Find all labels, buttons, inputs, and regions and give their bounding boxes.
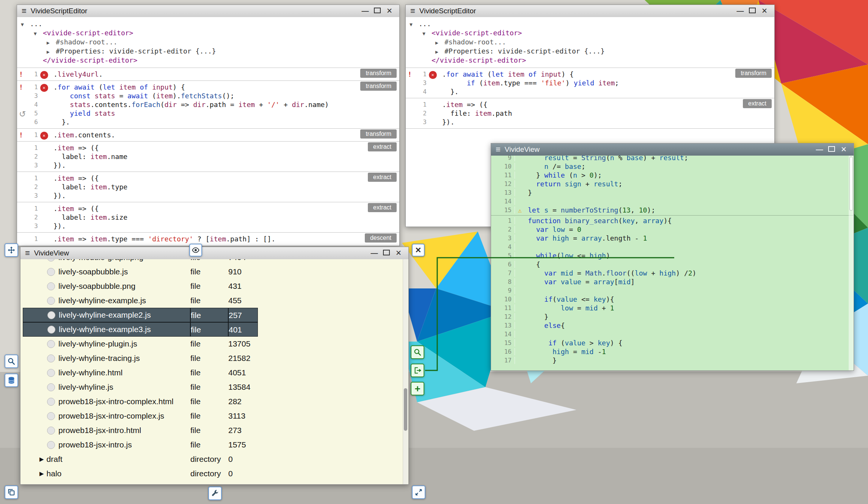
window-menu-icon[interactable]: ≡ [25, 247, 30, 259]
code-line[interactable]: 15 if (value > key) { [491, 339, 854, 347]
name-cell[interactable]: lively-module-graph.png [23, 259, 190, 265]
file-row[interactable]: proweb18-jsx-intro-complex.htmlfile282 [20, 394, 408, 409]
resize-button[interactable] [412, 485, 425, 499]
connect-output-button[interactable] [411, 364, 424, 377]
move-window-button[interactable] [5, 243, 18, 257]
code-text[interactable]: result = String(n % base) + result; [525, 156, 688, 162]
file-row[interactable]: proweb18-jsx-intro.htmlfile273 [20, 423, 408, 438]
code-line[interactable]: 1.item => item.type === 'directory' ? [i… [17, 235, 399, 243]
code-text[interactable]: if(value <= key){ [525, 295, 614, 303]
code-text[interactable]: else{ [525, 321, 565, 329]
code-text[interactable]: yield stats [50, 109, 115, 117]
stage-extract-button[interactable]: extract [368, 203, 397, 212]
code-line[interactable]: 6 { [491, 260, 854, 269]
code-line[interactable]: 4 [491, 243, 854, 251]
tree-node[interactable]: ▼... [406, 20, 774, 29]
tree-arrow-icon[interactable]: ▼ [410, 20, 419, 29]
close-button[interactable]: ✕ [384, 5, 395, 17]
tree-node[interactable]: ▶#Properties: vivide-script-editor {...} [17, 47, 399, 56]
file-row[interactable]: lively-module-graph.pngfile7404 [20, 259, 408, 265]
code-line[interactable]: 5 yield stats [17, 109, 399, 118]
code-text[interactable]: }. [439, 88, 458, 96]
code-line[interactable]: 9 result = String(n % base) + result; [491, 156, 854, 162]
code-line[interactable]: 13} [491, 188, 854, 197]
name-cell[interactable]: index.html [23, 481, 190, 484]
code-line[interactable]: !1✕.for await (let item of input) { [406, 70, 774, 79]
code-line[interactable]: 3}). [17, 222, 399, 230]
code-line[interactable]: 6 }. [17, 118, 399, 126]
file-row[interactable]: lively-whyline-example3.jsfile401 [20, 322, 408, 337]
code-text[interactable]: label: item.name [50, 153, 127, 161]
code-line[interactable]: 3}). [406, 118, 774, 126]
code-text[interactable]: } [525, 313, 548, 321]
tree-node[interactable]: ▼<vivide-script-editor> [17, 29, 399, 38]
stage-extract-button[interactable]: extract [368, 142, 397, 151]
code-text[interactable]: function binary_search(key, array){ [525, 217, 672, 225]
close-button[interactable]: ✕ [393, 247, 404, 259]
code-line[interactable]: !1✕.lively4url. [17, 70, 399, 79]
name-cell[interactable]: proweb18-jsx-intro.html [23, 423, 190, 438]
code-line[interactable]: 2 var low = 0 [491, 225, 854, 234]
window-menu-icon[interactable]: ≡ [410, 5, 415, 17]
name-cell[interactable]: lively-whyline.html [23, 365, 190, 380]
code-line[interactable]: 10 n /= base; [491, 162, 854, 171]
code-line[interactable]: 1.item => ({ [17, 204, 399, 213]
code-line[interactable]: 1.item => ({ [17, 143, 399, 152]
code-text[interactable]: .item => ({ [439, 101, 487, 109]
code-line[interactable]: 8 var value = array[mid] [491, 277, 854, 286]
code-text[interactable]: .item.contents. [50, 131, 115, 139]
name-cell[interactable]: lively-soapbubble.png [23, 279, 190, 293]
code-text[interactable]: if (value > key) { [525, 339, 622, 347]
titlebar[interactable]: ≡ VivideView — ✕ [20, 247, 408, 260]
file-row[interactable]: index.htmlfile231 [20, 481, 408, 484]
directory-row[interactable]: ▶draftdirectory0 [20, 452, 408, 466]
stage-extract-button[interactable]: extract [368, 173, 397, 182]
expand-arrow-icon[interactable]: ▶ [39, 466, 44, 481]
code-line[interactable]: 2 label: item.name [17, 152, 399, 161]
stage-transform-button[interactable]: transform [360, 129, 397, 139]
code-line[interactable]: 4 }. [406, 87, 774, 96]
maximize-button[interactable] [372, 5, 383, 17]
code-text[interactable]: const stats = await (item).fetchStats(); [50, 92, 234, 100]
name-cell[interactable]: lively-whyline-example.js [23, 293, 190, 308]
data-source-button[interactable] [5, 373, 18, 387]
window-menu-icon[interactable]: ≡ [22, 5, 27, 17]
code-line[interactable]: 2 file: item.path [406, 109, 774, 118]
code-text[interactable]: }). [439, 118, 455, 126]
minimize-button[interactable]: — [360, 5, 370, 17]
code-text[interactable]: stats.contents.forEach(dir => dir.path =… [50, 101, 329, 109]
code-line[interactable]: 3 const stats = await (item).fetchStats(… [17, 91, 399, 100]
file-row[interactable]: lively-whyline-plugin.jsfile13705 [20, 337, 408, 351]
tree-arrow-icon[interactable]: ▼ [422, 30, 432, 38]
maximize-button[interactable] [826, 144, 837, 155]
code-text[interactable]: n /= base; [525, 162, 585, 170]
tree-node[interactable]: ▶#Properties: vivide-script-editor {...} [406, 47, 774, 56]
code-text[interactable]: if (item.type === 'file') yield item; [439, 79, 619, 87]
code-line[interactable]: 12 } [491, 312, 854, 321]
stage-extract-button[interactable]: extract [743, 99, 772, 108]
name-cell[interactable]: lively-whyline-tracing.js [23, 351, 190, 365]
stage-transform-button[interactable]: transform [735, 69, 772, 78]
stage-transform-button[interactable]: transform [360, 69, 397, 78]
inspect-button[interactable] [5, 354, 18, 368]
tree-node[interactable]: ▼<vivide-script-editor> [406, 29, 774, 38]
code-text[interactable]: } [525, 356, 557, 364]
name-cell[interactable]: ▶halo [23, 466, 190, 481]
code-text[interactable]: .for await (let item of input) { [439, 70, 574, 78]
code-line[interactable]: 1.item => ({ [406, 100, 774, 109]
code-line[interactable]: 3}). [17, 191, 399, 200]
file-row[interactable]: lively-whyline-example.jsfile455 [20, 293, 408, 308]
code-line[interactable]: !1✕.for await (let item of input) { [17, 83, 399, 91]
file-row[interactable]: lively-whyline.htmlfile4051 [20, 365, 408, 380]
code-line[interactable]: 10 if(value <= key){ [491, 295, 854, 304]
code-text[interactable]: .item => ({ [50, 205, 99, 213]
code-line[interactable]: 14 [491, 197, 854, 206]
code-line[interactable]: 3 var high = array.length - 1 [491, 234, 854, 243]
file-row[interactable]: lively-whyline-tracing.jsfile21582 [20, 351, 408, 365]
code-text[interactable]: }). [50, 161, 66, 169]
code-text[interactable]: .item => item.type === 'directory' ? [it… [50, 235, 275, 243]
file-row[interactable]: lively-whyline-example2.jsfile257 [20, 308, 408, 322]
code-line[interactable]: 3 if (item.type === 'file') yield item; [406, 79, 774, 87]
code-text[interactable]: var value = array[mid] [525, 278, 635, 286]
tree-node[interactable]: </vivide-script-editor> [406, 56, 774, 65]
